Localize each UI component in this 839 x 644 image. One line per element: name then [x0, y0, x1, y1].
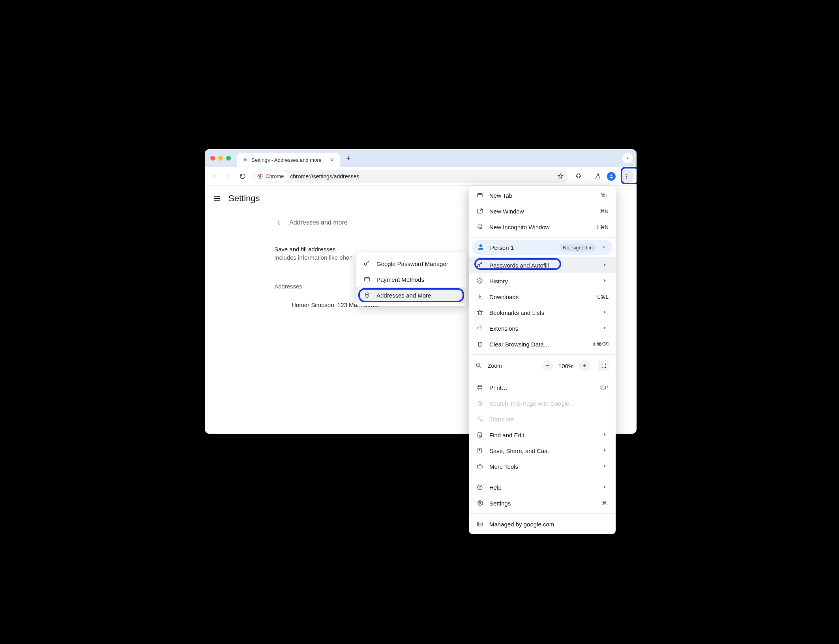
menu-mid-2-shortcut: ⌥⌘L — [595, 294, 609, 300]
labs-button[interactable] — [592, 170, 604, 183]
svg-point-3 — [611, 174, 612, 176]
svg-rect-10 — [478, 194, 482, 197]
menu-top-0[interactable]: New Tab⌘T — [469, 187, 616, 203]
submenu-item-1[interactable]: Payment Methods — [356, 271, 466, 287]
menu-top-1[interactable]: New Window⌘N — [469, 203, 616, 219]
reload-button[interactable] — [236, 170, 249, 183]
site-chip-label: Chrome — [266, 173, 284, 179]
history-icon — [476, 277, 484, 285]
menu-footer[interactable]: Managed by google.com — [469, 516, 616, 532]
chevron-right-icon — [602, 325, 609, 331]
menu-mid-4[interactable]: Extensions — [469, 320, 616, 336]
back-icon[interactable] — [274, 218, 283, 227]
forward-button[interactable] — [222, 170, 235, 183]
newtab-icon — [476, 191, 484, 199]
site-chip[interactable]: Chrome — [255, 171, 288, 182]
menu-mid-5-label: Clear Browsing Data… — [489, 341, 586, 348]
close-tab-button[interactable] — [329, 157, 335, 163]
star-icon — [476, 309, 484, 316]
find-icon — [476, 431, 484, 439]
menu-icon[interactable] — [213, 194, 221, 203]
menu-help-1[interactable]: Settings⌘, — [469, 495, 616, 511]
submenu-item-2[interactable]: Addresses and More — [356, 287, 466, 303]
menu-mid-1[interactable]: History — [469, 273, 616, 289]
svg-point-4 — [626, 174, 627, 175]
managed-icon — [476, 520, 484, 528]
menu-lower-3-label: Find and Edit — [489, 432, 597, 438]
menu-top-2[interactable]: New Incognito Window⇧⌘N — [469, 219, 616, 235]
passwords-autofill-submenu: Google Password ManagerPayment MethodsAd… — [356, 253, 466, 306]
fullscreen-button[interactable] — [598, 360, 609, 371]
menu-mid-2[interactable]: Downloads⌥⌘L — [469, 289, 616, 305]
menu-mid-3[interactable]: Bookmarks and Lists — [469, 305, 616, 320]
profile-row[interactable]: Person 1Not signed in — [472, 240, 612, 255]
menu-mid-1-label: History — [489, 278, 597, 285]
chevron-right-icon — [602, 278, 609, 284]
svg-point-9 — [367, 294, 368, 295]
svg-rect-24 — [478, 522, 482, 526]
svg-point-6 — [626, 178, 627, 178]
tab-strip: Settings - Addresses and more — [205, 149, 637, 167]
newwindow-icon — [476, 207, 484, 215]
menu-help-1-shortcut: ⌘, — [602, 500, 609, 506]
url-text: chrome://settings/addresses — [290, 173, 359, 180]
menu-lower-0[interactable]: Print…⌘P — [469, 380, 616, 395]
zoom-row: Zoom−100%+ — [469, 357, 616, 374]
trash-icon — [476, 340, 484, 348]
menu-lower-1: Search This Page with Google… — [469, 395, 616, 411]
bookmark-button[interactable] — [554, 170, 567, 183]
menu-mid-0[interactable]: Passwords and Autofill — [469, 257, 616, 273]
tab-search-button[interactable] — [622, 153, 633, 163]
chevron-right-icon — [602, 309, 609, 316]
menu-lower-2-label: Translate… — [489, 416, 609, 423]
menu-mid-4-label: Extensions — [489, 325, 597, 332]
tab-title: Settings - Addresses and more — [251, 157, 326, 163]
settings-icon — [476, 499, 484, 507]
tab-settings[interactable]: Settings - Addresses and more — [237, 153, 340, 167]
tools-icon — [476, 462, 484, 470]
extension-icon — [476, 324, 484, 332]
menu-top-0-shortcut: ⌘T — [600, 193, 609, 198]
new-tab-button[interactable] — [343, 153, 354, 164]
back-button[interactable] — [208, 170, 221, 183]
chrome-menu-button[interactable] — [620, 170, 633, 183]
person-icon — [477, 243, 485, 252]
svg-point-14 — [479, 244, 482, 247]
submenu-item-0[interactable]: Google Password Manager — [356, 256, 466, 271]
menu-lower-0-shortcut: ⌘P — [600, 385, 609, 391]
menu-mid-5[interactable]: Clear Browsing Data…⇧⌘⌫ — [469, 336, 616, 352]
page-title: Settings — [228, 193, 260, 204]
chrome-main-menu: New Tab⌘TNew Window⌘NNew Incognito Windo… — [469, 186, 616, 534]
translate-icon — [476, 415, 484, 423]
card-icon — [363, 275, 371, 283]
incognito-icon — [476, 223, 484, 231]
menu-top-2-shortcut: ⇧⌘N — [596, 224, 609, 230]
menu-mid-3-label: Bookmarks and Lists — [489, 309, 597, 316]
svg-point-13 — [480, 228, 482, 229]
menu-lower-4[interactable]: Save, Share, and Cast — [469, 443, 616, 459]
menu-help-0[interactable]: Help — [469, 479, 616, 495]
submenu-item-2-label: Addresses and More — [376, 292, 459, 299]
profile-badge: Not signed in — [559, 243, 597, 252]
menu-mid-2-label: Downloads — [489, 294, 589, 300]
menu-help-0-label: Help — [489, 484, 597, 491]
chevron-right-icon — [602, 484, 609, 490]
menu-mid-0-label: Passwords and Autofill — [489, 262, 597, 269]
menu-lower-5[interactable]: More Tools — [469, 459, 616, 474]
address-bar[interactable]: Chrome chrome://settings/addresses — [253, 170, 568, 183]
zoom-value: 100% — [557, 363, 575, 369]
zoom-in-button[interactable]: + — [579, 360, 590, 371]
menu-lower-3[interactable]: Find and Edit — [469, 427, 616, 443]
minimize-window-button[interactable] — [218, 156, 223, 161]
key-icon — [476, 261, 484, 269]
close-window-button[interactable] — [210, 156, 215, 161]
download-icon — [476, 293, 484, 301]
extensions-button[interactable] — [572, 170, 585, 183]
profile-button[interactable] — [605, 170, 618, 183]
maximize-window-button[interactable] — [226, 156, 231, 161]
menu-top-1-label: New Window — [489, 208, 594, 215]
zoom-out-button[interactable]: − — [542, 360, 553, 371]
key-icon — [363, 260, 371, 268]
google-icon — [476, 399, 484, 407]
menu-top-2-label: New Incognito Window — [489, 224, 590, 230]
